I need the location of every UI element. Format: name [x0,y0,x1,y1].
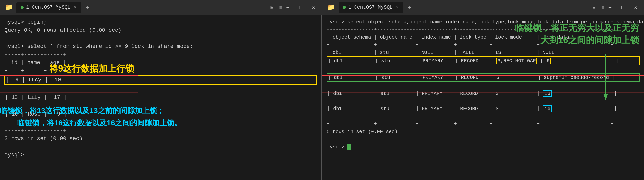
tab-label-right: 1 CentOS7-MySQL [348,4,393,10]
table-footer-left: +----+------+-----+ 3 rows in set (0.00 … [4,128,82,158]
terminal-left: mysql> begin; Query OK, 0 rows affected … [4,18,317,159]
tab-status-dot-left [21,6,24,9]
new-tab-btn-left[interactable]: ＋ [82,3,93,11]
hamburger-icon-left[interactable]: ≡ [279,4,282,10]
lock-row-supremum: | db1 | stu | PRIMARY | RECORD | S | sup… [327,73,640,82]
cursor [348,144,350,150]
minimize-btn-left[interactable]: — [284,3,291,11]
lock-row-16: | db1 | stu | PRIMARY | RECORD | S | 16 … [327,105,640,113]
row-16: | 16 | Rose | 9 | [4,110,317,118]
lock-row-13: | db1 | stu | PRIMARY | RECORD | S | 13 … [327,90,640,97]
row-13: | 13 | Lily | 17 | [4,93,317,102]
terminal-right: mysql> select object_schema,object_name,… [327,18,640,151]
maximize-btn-right[interactable]: □ [619,3,626,11]
maximize-btn-left[interactable]: □ [297,3,304,11]
close-btn-left[interactable]: ✕ [310,3,317,11]
minimize-btn-right[interactable]: — [606,3,614,11]
row-9: | 9 | Lucy | 10 | [4,75,317,85]
new-tab-btn-right[interactable]: ＋ [404,3,415,11]
tab-status-dot-right [343,6,346,9]
tab-close-left[interactable]: × [74,5,76,10]
close-btn-right[interactable]: ✕ [632,3,639,11]
folder-icon-right[interactable]: 📁 [327,3,335,11]
tab-right[interactable]: 1 CentOS7-MySQL × [338,2,403,13]
begin-cmd: mysql> begin; Query OK, 0 rows affected … [4,19,193,74]
tab-left[interactable]: 1 CentOS7-MySQL × [16,2,81,13]
hamburger-icon-right[interactable]: ≡ [602,4,604,10]
lock-row-9: | db1 | stu | PRIMARY | RECORD | S,REC N… [327,56,640,65]
tab-close-right[interactable]: × [396,5,399,10]
grid-icon-left[interactable]: ⊞ [270,4,274,10]
tab-label-left: 1 CentOS7-MySQL [26,4,70,10]
folder-icon-left[interactable]: 📁 [5,3,13,11]
grid-icon-right[interactable]: ⊞ [592,4,596,10]
